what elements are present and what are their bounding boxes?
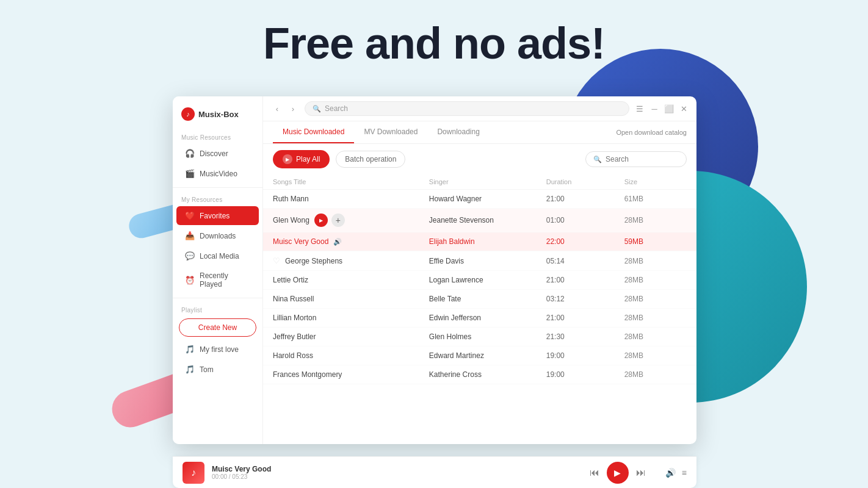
- heart-icon: ❤️: [185, 211, 195, 220]
- row-add-button[interactable]: +: [331, 214, 345, 227]
- sidebar-item-label: Downloads: [200, 232, 236, 240]
- table-row[interactable]: Glen Wong ▶ + Jeanette Stevenson 01:00 2…: [263, 209, 696, 232]
- section-my-label: My Resources: [173, 192, 262, 206]
- player-controls: ⏮ ▶ ⏭: [590, 462, 646, 484]
- table-row[interactable]: Harold Ross Edward Martinez 19:00 28MB: [263, 346, 696, 365]
- size: 28MB: [624, 216, 687, 224]
- duration: 21:00: [546, 276, 624, 284]
- play-all-icon: ▶: [283, 154, 292, 164]
- title-bar: ‹ › 🔍 Search ☰ ─ ⬜ ✕: [263, 96, 696, 121]
- forward-button[interactable]: ›: [286, 102, 300, 115]
- play-all-button[interactable]: ▶ Play All: [273, 150, 330, 168]
- size: 28MB: [624, 314, 687, 322]
- search-input[interactable]: [606, 155, 679, 163]
- duration: 19:00: [546, 370, 624, 379]
- sidebar-item-favorites[interactable]: ❤️ Favorites: [176, 206, 259, 225]
- bottom-player: ♪ Muisc Very Good 00:00 / 05:23 ⏮ ▶ ⏭ 🔊 …: [173, 456, 696, 488]
- singer: Jeanette Stevenson: [429, 216, 546, 224]
- song-title-cell: Jeffrey Butler: [273, 332, 429, 341]
- sidebar-item-label: MusicVideo: [200, 170, 237, 178]
- singer: Belle Tate: [429, 295, 546, 303]
- close-button[interactable]: ✕: [678, 103, 689, 114]
- sidebar-item-discover[interactable]: 🎧 Discover: [176, 144, 259, 163]
- table-row[interactable]: Ruth Mann Howard Wagner 21:00 61MB: [263, 190, 696, 209]
- sidebar-item-recently-played[interactable]: ⏰ Recently Played: [176, 267, 259, 293]
- song-title-cell: Frances Montgomery: [273, 370, 429, 379]
- section-playlist-label: Playlist: [173, 302, 262, 316]
- tab-mv-downloaded[interactable]: MV Downloaded: [354, 121, 427, 143]
- app-window: ♪ Musix-Box Music Resources 🎧 Discover 🎬…: [173, 96, 696, 444]
- col-title: Songs Title: [273, 178, 429, 185]
- song-title: Jeffrey Butler: [273, 332, 316, 341]
- playing-icon: 🔊: [333, 238, 342, 246]
- table-row[interactable]: Muisc Very Good 🔊 Elijah Baldwin 22:00 5…: [263, 232, 696, 251]
- table-row[interactable]: ♡ George Stephens Effie Davis 05:14 28MB: [263, 251, 696, 271]
- song-title: Lettie Ortiz: [273, 276, 308, 284]
- download-icon: 📥: [185, 231, 195, 240]
- row-play-button[interactable]: ▶: [314, 214, 328, 227]
- clock-icon: ⏰: [185, 276, 195, 285]
- playlist-icon[interactable]: ≡: [682, 468, 687, 478]
- tab-downloading[interactable]: Downloading: [427, 121, 489, 143]
- table-row[interactable]: Lettie Ortiz Logan Lawrence 21:00 28MB: [263, 271, 696, 290]
- maximize-button[interactable]: ⬜: [664, 103, 675, 114]
- batch-operation-button[interactable]: Batch operation: [336, 151, 405, 168]
- song-title: Harold Ross: [273, 351, 313, 360]
- col-duration: Duration: [546, 178, 624, 185]
- back-button[interactable]: ‹: [270, 102, 284, 115]
- duration: 21:00: [546, 314, 624, 322]
- size: 28MB: [624, 351, 687, 360]
- song-title-cell: Nina Russell: [273, 295, 429, 303]
- size: 61MB: [624, 195, 687, 203]
- search-box-icon: 🔍: [593, 156, 602, 163]
- duration: 03:12: [546, 295, 624, 303]
- logo-icon: ♪: [181, 107, 195, 121]
- table-row[interactable]: Lillian Morton Edwin Jefferson 21:00 28M…: [263, 309, 696, 328]
- table-row[interactable]: Frances Montgomery Katherine Cross 19:00…: [263, 365, 696, 384]
- table-row[interactable]: Jeffrey Butler Glen Holmes 21:30 28MB: [263, 328, 696, 346]
- sidebar-item-label: Discover: [200, 149, 228, 158]
- duration: 22:00: [546, 237, 624, 246]
- sidebar-item-local-media[interactable]: 💬 Local Media: [176, 246, 259, 265]
- singer: Edwin Jefferson: [429, 314, 546, 322]
- sidebar-item-downloads[interactable]: 📥 Downloads: [176, 226, 259, 245]
- song-title-cell: Glen Wong ▶ +: [273, 214, 429, 227]
- player-right-controls: 🔊 ≡: [665, 468, 687, 478]
- song-title: Muisc Very Good: [273, 237, 328, 246]
- col-singer: Singer: [429, 178, 546, 185]
- title-search-bar[interactable]: 🔍 Search: [305, 101, 629, 116]
- play-all-label: Play All: [296, 155, 320, 163]
- create-new-button[interactable]: Create New: [179, 318, 256, 337]
- headline: Free and no ads!: [0, 18, 868, 68]
- divider-2: [173, 298, 262, 298]
- sidebar-item-musicvideo[interactable]: 🎬 MusicVideo: [176, 164, 259, 183]
- size: 28MB: [624, 295, 687, 303]
- singer: Katherine Cross: [429, 370, 546, 379]
- size: 59MB: [624, 237, 687, 246]
- minimize-button[interactable]: ─: [649, 103, 660, 114]
- play-pause-button[interactable]: ▶: [607, 462, 629, 484]
- media-icon: 💬: [185, 251, 195, 260]
- song-title: Frances Montgomery: [273, 370, 342, 379]
- music-icon: 🎵: [185, 345, 195, 354]
- sidebar-item-label: Recently Played: [200, 271, 250, 289]
- song-title-cell: Lillian Morton: [273, 314, 429, 322]
- favorite-icon[interactable]: ♡: [273, 256, 280, 265]
- tabs-bar: Music Downloaded MV Downloaded Downloadi…: [263, 121, 696, 144]
- tab-music-downloaded[interactable]: Music Downloaded: [273, 121, 354, 143]
- table-row[interactable]: Nina Russell Belle Tate 03:12 28MB: [263, 290, 696, 309]
- search-box[interactable]: 🔍: [585, 151, 687, 167]
- singer: Elijah Baldwin: [429, 237, 546, 246]
- sidebar-item-my-first-love[interactable]: 🎵 My first love: [176, 340, 259, 359]
- open-catalog-link[interactable]: Open download catalog: [616, 129, 687, 136]
- prev-button[interactable]: ⏮: [590, 467, 599, 478]
- singer: Effie Davis: [429, 257, 546, 265]
- menu-button[interactable]: ☰: [634, 103, 645, 114]
- size: 28MB: [624, 276, 687, 284]
- duration: 19:00: [546, 351, 624, 360]
- player-time: 00:00 / 05:23: [212, 473, 271, 480]
- volume-icon[interactable]: 🔊: [665, 468, 676, 478]
- next-button[interactable]: ⏭: [636, 467, 646, 478]
- sidebar-item-tom[interactable]: 🎵 Tom: [176, 360, 259, 379]
- player-thumbnail: ♪: [183, 462, 204, 484]
